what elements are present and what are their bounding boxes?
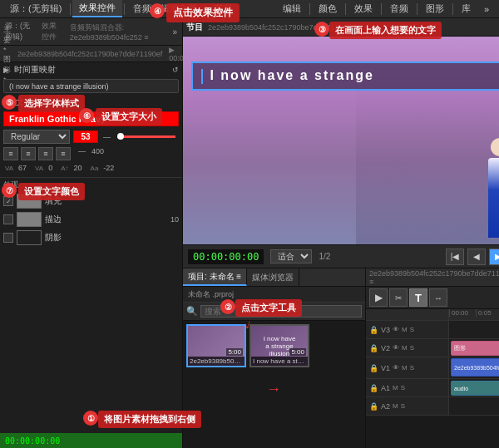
callout-6-label: 设置文字大小 (96, 108, 162, 126)
track-mute-v3[interactable]: M (402, 326, 408, 333)
track-eye-v1[interactable]: 👁 (393, 364, 399, 372)
play-btn[interactable]: ▶ (489, 249, 499, 265)
track-lock-v1[interactable]: 🔒 (369, 364, 378, 372)
track-val[interactable]: 0 (48, 164, 52, 172)
track-label-a2: 🔒 A2 M S (366, 397, 449, 415)
motion-label: 时间重映射 (14, 64, 169, 76)
caps-val[interactable]: -22 (103, 164, 114, 172)
baseline-val[interactable]: 20 (74, 164, 82, 172)
razor-tool-btn[interactable]: ✂ (389, 288, 408, 307)
menu-sep8 (452, 3, 453, 15)
menu-audio[interactable]: 音频 (383, 0, 415, 17)
menu-sep2 (124, 3, 125, 15)
menu-sep6 (381, 3, 382, 15)
track-content-v1: 2e2eb9389b504fc252c1790be7dde7... (449, 357, 499, 378)
menu-library[interactable]: 库 (455, 0, 477, 17)
track-lock-v3[interactable]: 🔒 (369, 326, 378, 334)
track-lock-a2[interactable]: 🔒 (369, 402, 378, 411)
stroke-checkbox[interactable] (3, 214, 13, 224)
menu-graphics[interactable]: 图形 (419, 0, 451, 17)
track-sync-v2[interactable]: S (410, 344, 414, 352)
stroke-label: 描边 (45, 214, 62, 225)
track-content-v2: 图形 (449, 339, 499, 357)
video-clip-v1[interactable]: 2e2eb9389b504fc252c1790be7dde7... (451, 358, 499, 377)
panel-source-header: 源：(无剪辑) 效果控件 音频剪辑混合器: 2e2eb9389b504fc252… (0, 18, 182, 46)
text-clip-v2[interactable]: 图形 (451, 341, 499, 356)
track-row-a1: 🔒 A1 M S audio (366, 379, 499, 397)
timeline-tabs: 2e2eb9389b504fc252c1790be7dde71190ef ≡ e… (366, 268, 499, 287)
track-sync-v3[interactable]: S (410, 326, 414, 333)
step-back-btn[interactable]: ◀ (467, 249, 486, 265)
menu-effect[interactable]: 效果 (348, 0, 379, 17)
playback-controls: |◀ ◀ ▶ ▶ ▶| (446, 249, 499, 265)
menu-source[interactable]: 源：(无剪辑) (3, 0, 68, 17)
expand-icon: ▶ (3, 66, 9, 74)
track-name-v2: V2 (381, 344, 390, 352)
track-sync-a1[interactable]: S (401, 384, 405, 391)
track-name-v3: V3 (381, 326, 390, 334)
select-tool-btn[interactable]: ▶ (369, 288, 388, 307)
kern-val[interactable]: 67 (18, 164, 27, 172)
track-eye-a2[interactable]: M (393, 402, 398, 410)
go-start-btn[interactable]: |◀ (446, 249, 464, 265)
callout-1-circle: ① (83, 411, 98, 426)
reset-icon[interactable]: ↺ (172, 66, 179, 74)
kern-label: VA (5, 165, 13, 172)
font-size-slider[interactable] (117, 135, 175, 138)
zoom-select[interactable]: 适合 (270, 249, 312, 263)
tab-media-browser[interactable]: 媒体浏览器 (247, 268, 299, 286)
section-graph-id: 2e2eb9389b504fc252c1790be7dde71190ef (17, 50, 162, 58)
shadow-label: 阴影 (45, 232, 62, 244)
font-size-input[interactable]: 53 (73, 130, 98, 143)
menu-effects-ctrl[interactable]: 效果控件 (72, 0, 122, 17)
track-name-a2: A2 (381, 402, 390, 411)
track-eye-a1[interactable]: M (393, 384, 398, 391)
menu-edit[interactable]: 编辑 (276, 0, 308, 17)
tab-project[interactable]: 项目: 未命名 ≡ (183, 268, 247, 286)
track-sync-a2[interactable]: S (401, 402, 405, 410)
track-sync-v1[interactable]: S (410, 364, 414, 372)
motion-expand-row[interactable]: ▶ 时间重映射 ↺ (0, 62, 182, 77)
align-center-btn[interactable]: ≡ (21, 147, 36, 160)
align-justify-btn[interactable]: ≡ (56, 147, 71, 160)
time-marker-1: 0:05 (476, 309, 492, 317)
preview-area: I now have a strange (183, 37, 499, 244)
media-thumb-1[interactable]: 5:00 2e2eb9389b504fc... (186, 324, 246, 367)
track-lock-v2[interactable]: 🔒 (369, 344, 378, 352)
stroke-color-swatch[interactable] (17, 212, 42, 227)
stroke-val[interactable]: 10 (170, 215, 179, 224)
time-marker-0: 00:00 (449, 309, 468, 317)
track-content-a2 (449, 397, 499, 415)
shadow-color-swatch[interactable] (17, 230, 42, 245)
media-duration-1: 5:00 (226, 348, 243, 356)
menu-sep4 (309, 3, 310, 15)
preview-text-content: I now have a strange (210, 68, 373, 82)
media-thumb-2[interactable]: I now havea strangeillusion 5:00 I now h… (250, 324, 309, 367)
left-timecode-val: 00:00:00:00 (5, 436, 60, 446)
font-style-row: Regular Bold Italic 53 — (0, 128, 182, 145)
menu-color[interactable]: 颜色 (312, 0, 343, 17)
align-right-btn[interactable]: ≡ (38, 147, 53, 160)
panel-expand[interactable]: » (172, 27, 177, 37)
callout-3-circle: ③ (314, 22, 329, 37)
callout-6-circle: ⑥ (79, 108, 94, 123)
shadow-checkbox[interactable] (3, 233, 13, 243)
font-style-select[interactable]: Regular Bold Italic (3, 130, 70, 144)
menu-more[interactable]: » (477, 0, 496, 17)
callout-2-circle: ② (220, 299, 235, 314)
track-lock-a1[interactable]: 🔒 (369, 384, 378, 392)
text-tool-btn[interactable]: T (409, 288, 427, 307)
timeline-tools: ▶ ✂ T ↔ 00:00 (366, 287, 499, 309)
preview-panel: 节目 2e2eb9389b504fc252c1790be7dde71190ef … (183, 18, 499, 268)
text-layer-content: (I now have a strange illusion) (9, 82, 109, 91)
audio-clip-a1[interactable]: audio (451, 381, 499, 396)
preview-timecode: 00:00:00:00 (188, 249, 264, 264)
slip-tool-btn[interactable]: ↔ (429, 288, 447, 307)
track-eye-v3[interactable]: 👁 (393, 326, 399, 333)
track-eye-v2[interactable]: 👁 (393, 344, 399, 352)
track-mute-v1[interactable]: M (402, 364, 408, 372)
track-mute-v2[interactable]: M (402, 344, 408, 352)
preview-tab-label[interactable]: 节目 (186, 22, 203, 33)
align-left-btn[interactable]: ≡ (3, 147, 18, 160)
callout-3-label: 在画面上输入想要的文字 (329, 22, 442, 39)
